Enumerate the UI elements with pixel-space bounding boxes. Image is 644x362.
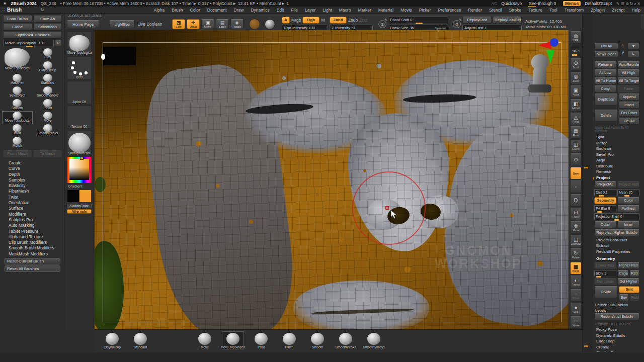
tool-subpalette-item[interactable]: Split [594,134,639,140]
y-axis-button[interactable]: ◦ [570,180,582,193]
brush-claybuildup[interactable]: Claybuildup [33,61,63,73]
current-brush-thumbnail[interactable]: Move Topologica [67,32,92,55]
axis-z-icon[interactable] [550,38,558,47]
draw-button[interactable]: ✛Draw [187,19,200,29]
brush-selectrect[interactable]: SelectRect [3,86,32,99]
project-history-button[interactable]: Project History [617,181,639,188]
extract-item[interactable]: Extract [594,243,639,249]
geometry-subpalette-item[interactable]: EdgeLoop [594,338,639,344]
projection-shell-slider[interactable]: ProjectionShell 0 [594,213,639,220]
reproject-higher-subdiv-button[interactable]: Reproject Higher Subdiv [594,229,639,236]
tray-inflat[interactable]: Inflat [251,332,272,349]
zsub-toggle[interactable]: Zsub [348,18,358,23]
rename-button[interactable]: Rename [594,61,616,68]
brush-morph[interactable]: Morph [3,137,32,149]
return-arrow-button[interactable]: ↳ [627,51,639,58]
menu-item[interactable]: Dynamics [247,8,273,13]
current-brush-slider[interactable]: Move Topological. 131 [3,40,54,47]
brush-subpalette-item[interactable]: Tablet Pressure [9,229,63,234]
stroke-selector[interactable]: Dots [67,56,92,79]
brush-standard[interactable]: Standard [33,74,63,86]
smt-toggle[interactable]: Smt [619,286,639,293]
project-all-button[interactable]: ProjectAll [594,181,616,188]
brush-subpalette-item[interactable]: Samples [9,177,63,183]
scale-button[interactable]: ▤Scale [216,19,229,29]
live-boolean-button[interactable]: Live Boolean [136,22,164,27]
suv-toggle[interactable]: Suv [619,294,629,301]
alternate-button[interactable]: Alternate [67,209,92,214]
edit-button[interactable]: ⬔Edit [172,19,185,29]
menu-item[interactable]: Material [375,8,397,13]
sculptris-pro-button[interactable] [249,19,260,30]
geometry-subpalette-item[interactable]: Crease [594,344,639,350]
geometry-section-header[interactable]: Geometry [594,256,639,262]
m-toggle[interactable]: M [321,18,325,23]
menu-item[interactable]: Transform [561,8,587,13]
menu-item[interactable]: Marker [354,8,374,13]
qxyz-button[interactable]: Qxyz [570,167,582,179]
load-brush-button[interactable]: Load Brush [3,16,32,23]
del-lower-button[interactable]: Del Lower [594,278,616,285]
persp-button[interactable]: △ Persp [570,113,582,125]
floor-button[interactable]: ▦ Floor [570,126,582,139]
freeze-subdivision-button[interactable]: Freeze SubDivision Levels [594,302,639,313]
material-selector[interactable]: StartupMaterial [67,130,92,155]
scroll-button[interactable]: ⊕ Scroll [570,58,582,71]
menu-item[interactable]: Stroke [506,8,525,13]
tray-pinch[interactable]: Pinch [279,332,300,349]
geometry-subpalette-item[interactable]: Dynamic Subdiv [594,333,639,339]
to-mesh-button[interactable]: To Mesh [33,150,62,157]
material-preview[interactable] [265,19,275,30]
q-button[interactable]: Q [570,194,582,207]
menu-item[interactable]: Tool [546,8,561,13]
brush-palette-header[interactable]: ∷ Brush ↻ [0,7,47,13]
color-picker[interactable] [67,157,92,183]
tray-divider[interactable] [582,14,593,352]
brush-clay[interactable]: Clay [33,48,63,60]
zoom-button[interactable]: ◎ Zoom [570,72,582,84]
redshift-properties-item[interactable]: Redshift Properties [594,249,639,255]
brush-subpalette-item[interactable]: Create [9,160,63,166]
brush-smoothvalleys[interactable]: SmoothValleys [33,86,63,99]
menu-item[interactable]: Color [187,8,204,13]
menu-item[interactable]: Render [464,8,486,13]
tray-move[interactable]: Move [194,332,215,349]
bpr-button[interactable]: ◍ BPR [570,31,582,44]
brush-move-topological[interactable]: Move Topologica [3,112,32,124]
local-symmetry-button[interactable]: ◫ L.Sym [570,140,582,152]
reset-current-brush-button[interactable]: Reset Current Brush [5,258,60,264]
xpose-button[interactable]: ∷ Xpose [570,316,582,329]
menu-item[interactable]: Document [204,8,230,13]
replay-last-rel-button[interactable]: ReplayLastRel [493,17,522,24]
palette-reload-icon[interactable]: ↻ [41,8,44,12]
del-other-button[interactable]: Del Other [619,110,639,117]
menu-item[interactable]: Macro [336,8,355,13]
tool-subpalette-item[interactable]: Bevel Pro [594,152,639,158]
mrgb-toggle[interactable]: Mrgb [291,18,301,23]
geometry-subpalette-item[interactable]: Proxy Pose [594,327,639,333]
redo-arrow-icon[interactable]: ↱ [619,51,626,58]
project-section-header[interactable]: Project [594,175,639,181]
geometry-mode-button[interactable]: Geometry [594,197,616,204]
list-all-button[interactable]: List All [594,43,618,50]
menu-item[interactable]: Preferences [434,8,464,13]
gradient-label[interactable]: Gradient [68,184,92,189]
hand-icon[interactable]: ⊕ [625,2,629,6]
brush-subpalette-item[interactable]: FiberMesh [9,189,63,194]
secondary-color-swatch[interactable] [79,190,92,203]
brush-subpalette-item[interactable]: Twist [9,195,63,200]
brush-subpalette-item[interactable]: Curve [9,166,63,171]
all-high-button[interactable]: All High [617,69,639,76]
menu-item[interactable]: Help [628,8,644,13]
polyframe-button[interactable]: ▦ PolyF [570,262,582,275]
texture-selector[interactable]: Texture Off [67,106,92,129]
brush-subpalette-item[interactable]: Clip Brush Modifiers [9,240,63,245]
replay-last-button[interactable]: ReplayLast [462,17,492,24]
brush-subpalette-item[interactable]: Auto Masking [9,223,63,228]
tray-move-topological[interactable]: Move Topologica [222,332,244,349]
menus-button[interactable]: Menus [563,1,581,6]
home-page-button[interactable]: Home Page [67,20,99,28]
rotate-icon[interactable]: ↻ [629,2,634,6]
ghost-button[interactable]: ○ Ghost [570,289,582,302]
brush-move-topological-current[interactable]: Move Topologica [3,48,32,73]
